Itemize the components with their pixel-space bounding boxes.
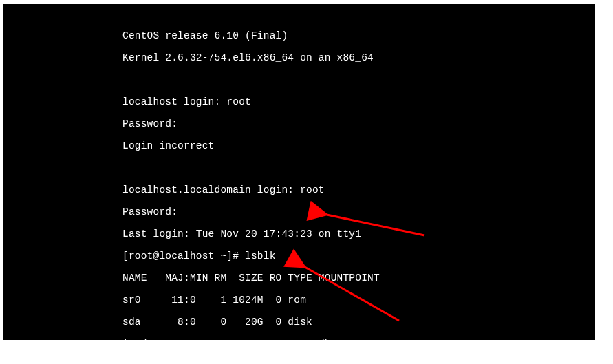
shell-prompt: [root@localhost ~]# [122,250,245,261]
lsblk-row: sr0 11:0 1 1024M 0 rom [122,295,595,306]
login-prompt-1: localhost login: root [122,96,595,107]
password-prompt-2: Password: [122,206,595,217]
command-text: lsblk [245,250,276,261]
last-login-line: Last login: Tue Nov 20 17:43:23 on tty1 [122,228,595,239]
command-line-1: [root@localhost ~]# lsblk [122,250,595,261]
login-result-1: Login incorrect [122,140,595,151]
terminal-window[interactable]: CentOS release 6.10 (Final) Kernel 2.6.3… [3,4,595,340]
blank-line [122,162,595,173]
password-prompt-1: Password: [122,118,595,129]
lsblk-row: ├─sda2 8:2 0 2G 0 part /data [122,361,595,364]
blank-line [122,74,595,85]
lsblk-row: sda 8:0 0 20G 0 disk [122,317,595,328]
lsblk-header: NAME MAJ:MIN RM SIZE RO TYPE MOUNTPOINT [122,272,595,283]
lsblk-row: ├─sda1 8:1 0 200M 0 part /boot [122,339,595,350]
os-release-line: CentOS release 6.10 (Final) [122,30,595,41]
kernel-line: Kernel 2.6.32-754.el6.x86_64 on an x86_6… [122,52,595,63]
login-prompt-2: localhost.localdomain login: root [122,184,595,195]
